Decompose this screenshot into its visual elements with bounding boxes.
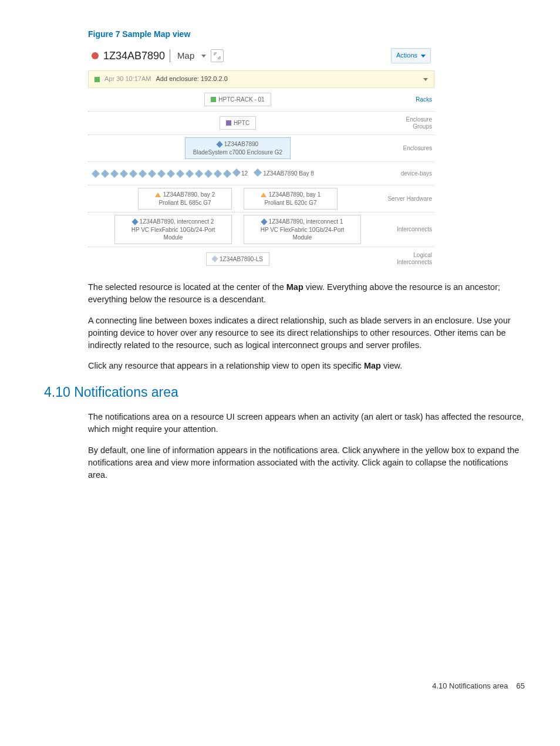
resource-title: 1Z34AB7890 xyxy=(103,48,165,63)
bay-icon[interactable] xyxy=(157,170,166,178)
footer-page-number: 65 xyxy=(517,681,525,692)
enclosure-name: 1Z34AB7890 xyxy=(224,140,258,148)
li-name: 1Z34AB7890-LS xyxy=(220,255,263,263)
bay-icon[interactable] xyxy=(110,170,119,178)
status-ok-icon xyxy=(95,77,100,82)
diamond-icon xyxy=(261,218,267,225)
enclosure-group-node[interactable]: HPTC xyxy=(220,116,256,130)
diamond-icon xyxy=(131,218,138,225)
bay-icon[interactable] xyxy=(176,170,184,178)
bay-icon[interactable] xyxy=(148,170,156,178)
footer-section-ref: 4.10 Notifications area xyxy=(432,681,508,692)
enclosure-subtitle: BladeSystem c7000 Enclosure G2 xyxy=(193,148,282,156)
view-selector[interactable]: Map xyxy=(175,49,197,62)
map-view-figure: 1Z34AB7890 Map Actions Apr 30 10:17AM Ad… xyxy=(88,45,434,271)
status-icon xyxy=(226,120,231,126)
actions-label: Actions xyxy=(396,51,417,60)
notification-message: Add enclosure: 192.0.2.0 xyxy=(156,75,228,84)
server-subtitle: Proliant BL 685c G7 xyxy=(158,199,211,207)
rail-label-device-bays: device-bays xyxy=(387,164,434,183)
map-row-device-bays: 12 1Z34AB7890 Bay 8 device-bays xyxy=(88,162,434,185)
bay-icon[interactable] xyxy=(214,170,222,178)
diamond-icon xyxy=(211,256,218,262)
body-paragraph: A connecting line between boxes indicate… xyxy=(88,315,525,352)
expand-icon xyxy=(214,52,221,59)
interconnect-subtitle: HP VC FlexFabric 10Gb/24-Port Module xyxy=(250,226,355,241)
notification-timestamp: Apr 30 10:17AM xyxy=(104,75,151,84)
map-row-enclosures: 1Z34AB7890 BladeSystem c7000 Enclosure G… xyxy=(88,135,434,162)
expand-icon-button[interactable] xyxy=(211,49,224,62)
map-row-interconnects: 1Z34AB7890, interconnect 2 HP VC FlexFab… xyxy=(88,212,434,247)
body-paragraph: Click any resource that appears in a rel… xyxy=(88,360,525,372)
body-paragraph: The selected resource is located at the … xyxy=(88,281,525,306)
bay-icon[interactable] xyxy=(185,170,194,178)
bay-count: 12 xyxy=(234,170,248,178)
server-subtitle: Proliant BL 620c G7 xyxy=(264,199,316,207)
bay-icon[interactable] xyxy=(204,170,212,178)
interconnect-title: 1Z34AB7890, interconnect 2 xyxy=(140,218,214,225)
chevron-down-icon xyxy=(421,55,426,58)
status-ok-icon xyxy=(211,97,216,102)
named-bay[interactable]: 1Z34AB7890 Bay 8 xyxy=(255,170,314,178)
body-paragraph: By default, one line of information appe… xyxy=(88,444,525,481)
rack-name: HPTC-RACK - 01 xyxy=(218,96,264,103)
bay-icon[interactable] xyxy=(195,170,203,178)
enclosure-node-selected[interactable]: 1Z34AB7890 BladeSystem c7000 Enclosure G… xyxy=(185,137,291,159)
server-node[interactable]: 1Z34AB7890, bay 1 Proliant BL 620c G7 xyxy=(244,188,338,210)
map-row-enclosure-groups: HPTC Enclosure Groups xyxy=(88,112,434,135)
enclosure-group-name: HPTC xyxy=(234,119,249,127)
section-heading: 4.10 Notifications area xyxy=(44,383,525,402)
server-title: 1Z34AB7890, bay 1 xyxy=(269,191,321,198)
rail-label-enclosure-groups: Enclosure Groups xyxy=(387,114,434,132)
rail-label-server-hardware: Server Hardware xyxy=(387,188,434,210)
rail-label-logical-interconnects: Logical Interconnects xyxy=(387,249,434,268)
page-footer: 4.10 Notifications area 65 xyxy=(44,681,525,692)
bay-icon[interactable] xyxy=(129,170,137,178)
bay-icon[interactable] xyxy=(101,170,109,178)
server-title: 1Z34AB7890, bay 2 xyxy=(163,191,215,198)
warning-icon xyxy=(155,193,161,197)
rail-label-racks[interactable]: Racks xyxy=(387,90,434,109)
actions-button[interactable]: Actions xyxy=(391,48,431,63)
figure-caption: Figure 7 Sample Map view xyxy=(88,28,525,40)
rack-node[interactable]: HPTC-RACK - 01 xyxy=(204,93,271,106)
bay-icon[interactable] xyxy=(167,170,175,178)
bay-icon[interactable] xyxy=(92,170,100,178)
map-header: 1Z34AB7890 Map Actions xyxy=(88,45,434,70)
bay-icon[interactable] xyxy=(120,170,128,178)
bay-icon[interactable] xyxy=(139,170,147,178)
rail-label-interconnects: Interconnects xyxy=(387,215,434,244)
chevron-down-icon[interactable] xyxy=(201,55,206,58)
map-row-server-hardware: 1Z34AB7890, bay 2 Proliant BL 685c G7 1Z… xyxy=(88,185,434,212)
map-row-logical-interconnects: 1Z34AB7890-LS Logical Interconnects xyxy=(88,247,434,271)
diamond-icon xyxy=(216,141,222,147)
body-paragraph: The notifications area on a resource UI … xyxy=(88,411,525,436)
critical-status-icon xyxy=(92,52,99,59)
bay-icons: 12 1Z34AB7890 Bay 8 xyxy=(88,164,387,183)
map-row-racks: HPTC-RACK - 01 Racks xyxy=(88,88,434,112)
notification-bar[interactable]: Apr 30 10:17AM Add enclosure: 192.0.2.0 xyxy=(88,70,434,88)
server-node[interactable]: 1Z34AB7890, bay 2 Proliant BL 685c G7 xyxy=(138,188,232,210)
interconnect-subtitle: HP VC FlexFabric 10Gb/24-Port Module xyxy=(121,226,225,241)
interconnect-node[interactable]: 1Z34AB7890, interconnect 1 HP VC FlexFab… xyxy=(244,215,361,244)
interconnect-title: 1Z34AB7890, interconnect 1 xyxy=(269,218,343,225)
warning-icon xyxy=(261,193,266,197)
chevron-down-icon[interactable] xyxy=(423,78,428,81)
interconnect-node[interactable]: 1Z34AB7890, interconnect 2 HP VC FlexFab… xyxy=(114,215,232,244)
divider xyxy=(170,49,170,62)
rail-label-enclosures: Enclosures xyxy=(387,137,434,159)
bay-icon[interactable] xyxy=(223,170,231,178)
logical-interconnect-node[interactable]: 1Z34AB7890-LS xyxy=(206,252,269,266)
